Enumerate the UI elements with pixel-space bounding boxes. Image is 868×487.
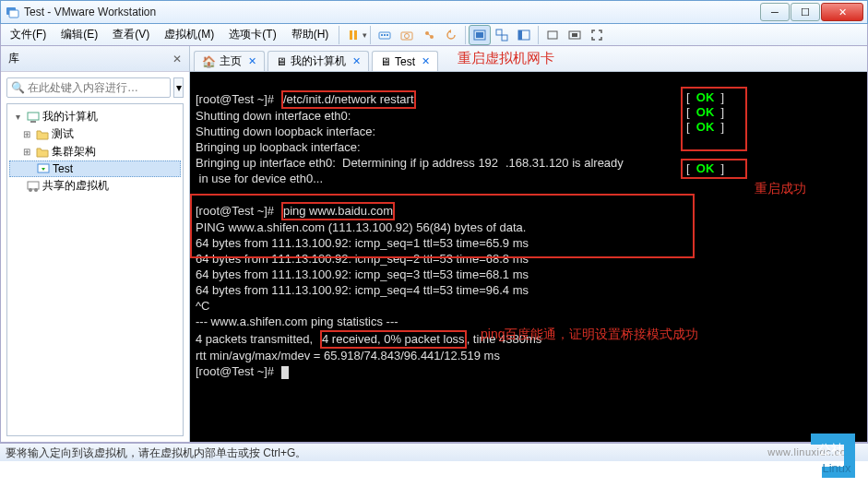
folder-icon: [36, 146, 49, 159]
send-cad-button[interactable]: [374, 25, 396, 45]
tab-mypc[interactable]: 🖥 我的计算机 ✕: [268, 51, 369, 71]
stretch-button[interactable]: [564, 25, 586, 45]
minimize-button[interactable]: ─: [760, 3, 790, 21]
fit-guest-button[interactable]: [469, 25, 491, 45]
library-tree: ▾ 我的计算机 ⊞ 测试 ⊞ 集群架构 Test: [6, 103, 184, 436]
menubar: 文件(F) 编辑(E) 查看(V) 虚拟机(M) 选项卡(T) 帮助(H) ▾: [0, 24, 868, 46]
svg-rect-13: [476, 32, 483, 38]
library-search-input[interactable]: [6, 77, 171, 98]
svg-rect-24: [28, 182, 39, 189]
tab-home[interactable]: 🏠 主页 ✕: [194, 51, 265, 71]
search-icon: 🔍: [11, 81, 25, 94]
vm-icon: [37, 162, 50, 175]
annotation-restart-ok: 重启成功: [755, 181, 806, 196]
menu-tabs[interactable]: 选项卡(T): [221, 24, 283, 45]
power-pause-button[interactable]: [342, 25, 364, 45]
revert-button[interactable]: [440, 25, 462, 45]
svg-rect-1: [9, 10, 18, 18]
computer-icon: [27, 111, 40, 124]
status-bar: 要将输入定向到该虚拟机，请在虚拟机内部单击或按 Ctrl+G。: [0, 443, 868, 461]
sidebar-close-icon[interactable]: ✕: [172, 53, 182, 65]
svg-rect-7: [386, 34, 388, 36]
logo-bottom: Linux: [822, 461, 851, 475]
tab-label: 我的计算机: [291, 53, 346, 69]
tree-label: 共享的虚拟机: [42, 178, 109, 194]
status-text: 要将输入定向到该虚拟机，请在虚拟机内部单击或按 Ctrl+G。: [6, 446, 306, 459]
menu-edit[interactable]: 编辑(E): [54, 24, 105, 45]
tab-test[interactable]: 🖥 Test ✕: [372, 51, 438, 71]
console-view-button[interactable]: [541, 25, 564, 45]
status-ok: [ OK ]: [686, 105, 724, 120]
svg-rect-17: [518, 30, 522, 40]
thumbnail-button[interactable]: [513, 25, 535, 45]
annotation-ping-ok: ping百度能通，证明设置桥接模式成功: [481, 327, 698, 341]
status-ok: [ OK ]: [686, 161, 724, 176]
tree-node-test-folder[interactable]: ⊞ 测试: [9, 125, 181, 143]
tab-close-icon[interactable]: ✕: [422, 55, 430, 67]
app-icon: [5, 5, 19, 19]
tree-node-test-vm[interactable]: Test: [9, 160, 181, 177]
tab-close-icon[interactable]: ✕: [352, 55, 361, 67]
svg-rect-6: [384, 34, 386, 36]
status-ok: [ OK ]: [686, 90, 724, 105]
annotation-restart-nic: 重启虚拟机网卡: [458, 50, 554, 67]
svg-rect-18: [548, 31, 557, 39]
svg-rect-15: [502, 35, 507, 41]
maximize-button[interactable]: ☐: [791, 3, 820, 21]
unity-button[interactable]: [491, 25, 513, 45]
shared-vm-icon: [27, 180, 40, 193]
cursor: [281, 366, 289, 379]
tree-label: 测试: [52, 126, 74, 142]
library-sidebar: 库 ✕ 🔍 ▾ ▾ 我的计算机 ⊞ 测试 ⊞ 集群架: [1, 46, 190, 442]
svg-rect-5: [381, 34, 383, 36]
svg-point-26: [34, 188, 38, 192]
folder-icon: [36, 128, 49, 141]
svg-point-25: [29, 188, 32, 192]
vm-console[interactable]: [root@Test ~]# /etc/init.d/network resta…: [190, 72, 867, 442]
tree-node-mycomputer[interactable]: ▾ 我的计算机: [9, 108, 181, 125]
svg-rect-22: [30, 121, 36, 123]
menu-file[interactable]: 文件(F): [3, 24, 54, 45]
status-ok: [ OK ]: [686, 120, 724, 135]
svg-rect-2: [350, 30, 352, 40]
tree-node-shared[interactable]: 共享的虚拟机: [9, 177, 181, 195]
tab-close-icon[interactable]: ✕: [248, 55, 256, 67]
home-icon: 🏠: [202, 55, 216, 68]
svg-rect-14: [496, 30, 502, 35]
svg-point-9: [405, 33, 410, 38]
tree-label: Test: [53, 162, 73, 175]
snapshot-button[interactable]: [396, 25, 418, 45]
tab-label: Test: [395, 55, 415, 68]
logo: 公社 Linux: [803, 426, 862, 485]
menu-vm[interactable]: 虚拟机(M): [157, 24, 221, 45]
logo-top: 公社: [818, 442, 844, 457]
window-titlebar: Test - VMware Workstation ─ ☐ ✕: [0, 0, 868, 24]
tree-node-cluster[interactable]: ⊞ 集群架构: [9, 143, 181, 160]
fullscreen-button[interactable]: [586, 25, 608, 45]
tab-bar: 🏠 主页 ✕ 🖥 我的计算机 ✕ 🖥 Test ✕ 重启虚拟机网卡: [190, 46, 867, 72]
snapshot-manager-button[interactable]: [418, 25, 440, 45]
window-title: Test - VMware Workstation: [24, 6, 759, 18]
close-button[interactable]: ✕: [821, 3, 863, 21]
tree-label: 集群架构: [52, 144, 96, 160]
dropdown-icon[interactable]: ▾: [363, 30, 367, 40]
search-dropdown-button[interactable]: ▾: [173, 77, 184, 98]
svg-rect-3: [354, 30, 357, 40]
svg-rect-20: [572, 33, 577, 37]
tab-label: 主页: [220, 53, 242, 69]
menu-help[interactable]: 帮助(H): [284, 24, 337, 45]
vm-icon: 🖥: [380, 55, 391, 68]
computer-icon: 🖥: [276, 55, 287, 68]
menu-view[interactable]: 查看(V): [105, 24, 157, 45]
tree-label: 我的计算机: [42, 109, 98, 125]
svg-rect-21: [28, 113, 39, 120]
sidebar-title: 库: [8, 51, 19, 66]
